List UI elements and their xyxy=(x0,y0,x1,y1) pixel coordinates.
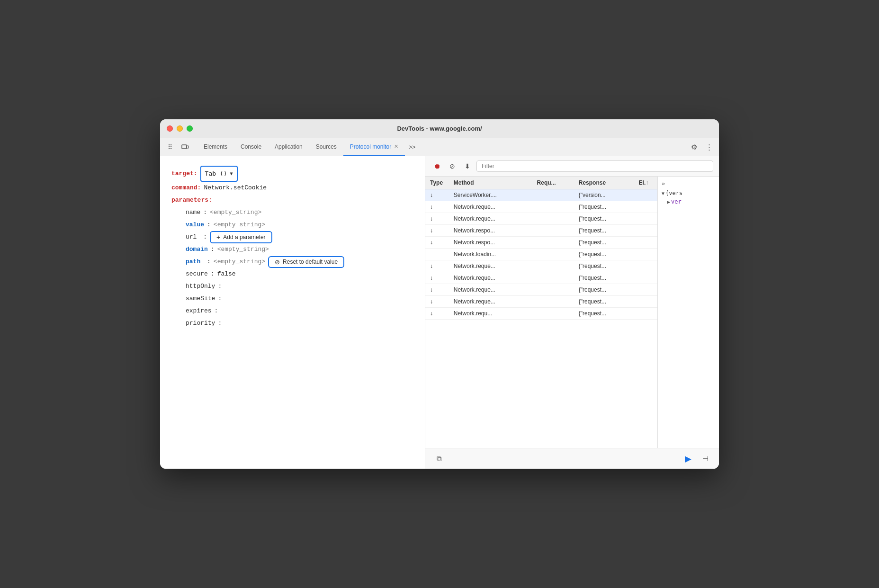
table-row[interactable]: ↓ Network.reque... {"request... xyxy=(425,201,657,213)
table-row[interactable]: ↓ Network.reque... {"request... xyxy=(425,260,657,272)
minimize-button[interactable] xyxy=(177,125,183,132)
cell-response: {"request... xyxy=(574,201,634,213)
target-row: target: Tab () ▼ xyxy=(171,166,415,182)
tab-overflow-btn[interactable]: >> xyxy=(405,138,419,156)
cell-requ xyxy=(532,260,574,272)
protocol-toolbar: ⏺ ⊘ ⬇ xyxy=(425,156,719,177)
table-row[interactable]: ↓ Network.reque... {"request... xyxy=(425,284,657,296)
table-row[interactable]: ↓ ServiceWorker.... {"version... xyxy=(425,189,657,201)
bottom-bar-left: ⧉ xyxy=(433,453,445,465)
bottom-bar-right: ▶ ⊣ xyxy=(682,453,711,465)
record-stop-button[interactable]: ⏺ xyxy=(431,160,443,172)
command-value: Network.setCookie xyxy=(204,182,267,194)
cell-method: ServiceWorker.... xyxy=(449,189,532,201)
tab-bar-right: ⚙ ⋮ xyxy=(688,141,715,153)
copy-button[interactable]: ⧉ xyxy=(433,453,445,465)
settings-btn[interactable]: ⚙ xyxy=(688,141,700,153)
add-parameter-button[interactable]: + Add a parameter xyxy=(210,231,272,243)
devtools-grid-icon[interactable]: ⠿ xyxy=(164,141,176,153)
table-row[interactable]: ↓ Network.reque... {"request... xyxy=(425,213,657,225)
cell-type: ↓ xyxy=(425,201,449,213)
table-container[interactable]: Type Method Requ... Response El.↑ ↓ Serv… xyxy=(425,177,657,448)
field-value: value : <empty_string> xyxy=(186,219,415,231)
field-secure-value: false xyxy=(217,268,236,280)
cell-method: Network.reque... xyxy=(449,296,532,308)
title-bar: DevTools - www.google.com/ xyxy=(160,119,719,138)
table-row[interactable]: ↓ Network.respo... {"request... xyxy=(425,237,657,249)
field-httponly: httpOnly : xyxy=(186,280,415,293)
main-content: target: Tab () ▼ command: Network.setCoo… xyxy=(160,156,719,469)
field-name-label: name xyxy=(186,206,200,219)
field-priority: priority : xyxy=(186,317,415,330)
tabs-container: Elements Console Application Sources Pro… xyxy=(197,138,684,156)
download-button[interactable]: ⬇ xyxy=(461,160,474,172)
send-button[interactable]: ▶ xyxy=(682,453,694,465)
field-secure: secure : false xyxy=(186,268,415,280)
cell-type: ↓ xyxy=(425,225,449,237)
col-header-response: Response xyxy=(574,177,634,189)
field-url-label: url xyxy=(186,231,197,243)
field-priority-label: priority xyxy=(186,317,215,330)
svg-rect-0 xyxy=(182,145,187,149)
expand-icon-1: ▼ xyxy=(662,191,664,196)
table-row[interactable]: ↓ Network.requ... {"request... xyxy=(425,308,657,320)
maximize-button[interactable] xyxy=(187,125,193,132)
cell-response: {"request... xyxy=(574,225,634,237)
clear-button[interactable]: ⊘ xyxy=(446,160,458,172)
cell-method: Network.reque... xyxy=(449,213,532,225)
field-value-label: value xyxy=(186,219,204,231)
cell-requ xyxy=(532,225,574,237)
protocol-table: Type Method Requ... Response El.↑ ↓ Serv… xyxy=(425,177,657,320)
cell-el xyxy=(634,201,657,213)
field-name: name : <empty_string> xyxy=(186,206,415,219)
field-domain-value: <empty_string> xyxy=(217,243,269,256)
col-header-type: Type xyxy=(425,177,449,189)
cell-type: ↓ xyxy=(425,213,449,225)
detail-panel: » ▼ {vers ▶ ver xyxy=(657,177,719,448)
cell-requ xyxy=(532,272,574,284)
cell-response: {"request... xyxy=(574,284,634,296)
more-btn[interactable]: ⋮ xyxy=(703,141,715,153)
parameters-label: parameters: xyxy=(171,194,212,206)
filter-input[interactable] xyxy=(476,160,713,172)
cell-requ xyxy=(532,201,574,213)
cell-requ xyxy=(532,308,574,320)
plus-icon: + xyxy=(216,233,220,241)
cell-type xyxy=(425,249,449,260)
tab-console[interactable]: Console xyxy=(234,138,268,156)
cell-type: ↓ xyxy=(425,189,449,201)
col-header-requ: Requ... xyxy=(532,177,574,189)
cell-type: ↓ xyxy=(425,296,449,308)
cell-el xyxy=(634,308,657,320)
overflow-right-icon[interactable]: » xyxy=(662,180,665,187)
table-row[interactable]: ↓ Network.reque... {"request... xyxy=(425,272,657,284)
tab-protocol-monitor[interactable]: Protocol monitor ✕ xyxy=(343,138,405,156)
tab-close-icon[interactable]: ✕ xyxy=(394,143,398,150)
cell-requ xyxy=(532,237,574,249)
tab-application[interactable]: Application xyxy=(268,138,309,156)
cell-method: Network.requ... xyxy=(449,308,532,320)
cell-el xyxy=(634,249,657,260)
table-row[interactable]: Network.loadin... {"request... xyxy=(425,249,657,260)
close-button[interactable] xyxy=(167,125,173,132)
cell-method: Network.reque... xyxy=(449,201,532,213)
responsive-icon[interactable] xyxy=(179,141,191,153)
cell-type: ↓ xyxy=(425,237,449,249)
table-row[interactable]: ↓ Network.respo... {"request... xyxy=(425,225,657,237)
reset-default-button[interactable]: ⊘ Reset to default value xyxy=(268,256,344,268)
field-expires-label: expires xyxy=(186,305,212,317)
right-panel: ⏺ ⊘ ⬇ Type Method Requ... xyxy=(425,156,719,469)
bottom-bar: ⧉ ▶ ⊣ xyxy=(425,448,719,469)
cell-el xyxy=(634,213,657,225)
expand-icon-2: ▶ xyxy=(667,199,670,205)
cell-type: ↓ xyxy=(425,260,449,272)
sidebar-button[interactable]: ⊣ xyxy=(699,453,711,465)
left-panel: target: Tab () ▼ command: Network.setCoo… xyxy=(160,156,425,469)
tab-sources[interactable]: Sources xyxy=(309,138,343,156)
cell-requ xyxy=(532,296,574,308)
field-samesite: sameSite : xyxy=(186,293,415,305)
table-row[interactable]: ↓ Network.reque... {"request... xyxy=(425,296,657,308)
reset-icon: ⊘ xyxy=(275,258,280,266)
tab-elements[interactable]: Elements xyxy=(197,138,234,156)
target-dropdown[interactable]: Tab () ▼ xyxy=(200,166,238,182)
